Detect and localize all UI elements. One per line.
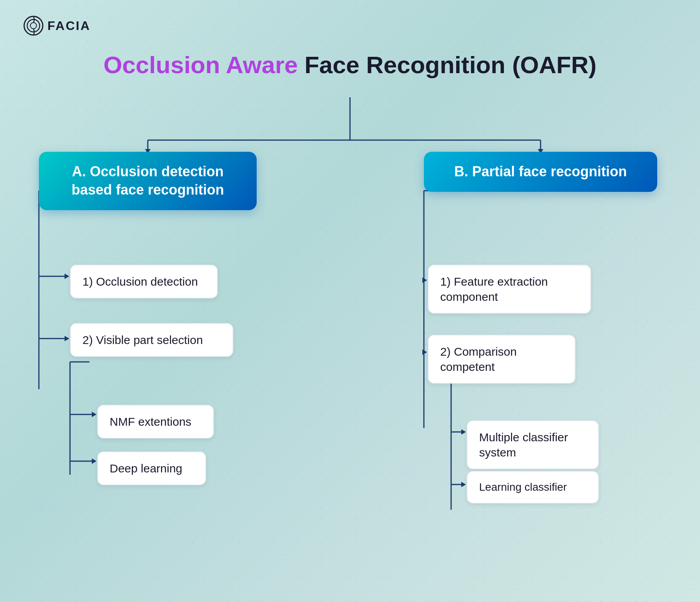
node-b1-label: 1) Feature extraction component [440, 275, 548, 303]
node-a1-label: 1) Occlusion detection [82, 275, 198, 288]
node-a2-box: 2) Visible part selection [70, 323, 233, 357]
node-b-label: B. Partial face recognition [454, 163, 627, 179]
node-a2b-box: Deep learning [97, 451, 206, 485]
title-highlight: Occlusion Aware [103, 51, 304, 78]
node-b2-box: 2) Comparison competent [428, 335, 576, 384]
logo-text: FACIA [47, 19, 91, 33]
svg-marker-20 [92, 458, 96, 464]
node-a-box: A. Occlusion detection based face recogn… [39, 152, 257, 210]
connector-lines [0, 0, 700, 602]
node-b2b-label: Learning classifier [479, 481, 567, 493]
svg-marker-14 [65, 336, 69, 341]
node-a2a-label: NMF extentions [110, 415, 191, 428]
svg-point-2 [30, 23, 37, 29]
logo-area: FACIA [23, 16, 91, 36]
svg-marker-24 [422, 277, 427, 283]
node-a2b-label: Deep learning [110, 462, 182, 475]
node-b1-box: 1) Feature extraction component [428, 265, 591, 314]
svg-marker-18 [92, 412, 96, 417]
node-b2a-label: Multiple classifier system [479, 431, 568, 459]
node-b2-label: 2) Comparison competent [440, 345, 517, 373]
facia-logo-icon [23, 16, 44, 36]
node-b2a-box: Multiple classifier system [467, 420, 599, 469]
svg-marker-30 [461, 429, 466, 435]
node-a2-label: 2) Visible part selection [82, 333, 203, 346]
svg-marker-26 [422, 349, 427, 355]
node-a1-box: 1) Occlusion detection [70, 265, 218, 298]
title-normal: Face Recognition (OAFR) [304, 51, 597, 78]
node-b2b-box: Learning classifier [467, 471, 599, 504]
main-title: Occlusion Aware Face Recognition (OAFR) [0, 51, 700, 79]
node-b-box: B. Partial face recognition [424, 152, 657, 192]
node-a2a-box: NMF extentions [97, 405, 214, 439]
svg-marker-32 [461, 482, 466, 487]
node-a-label: A. Occlusion detection based face recogn… [72, 163, 224, 198]
svg-marker-12 [65, 274, 69, 279]
